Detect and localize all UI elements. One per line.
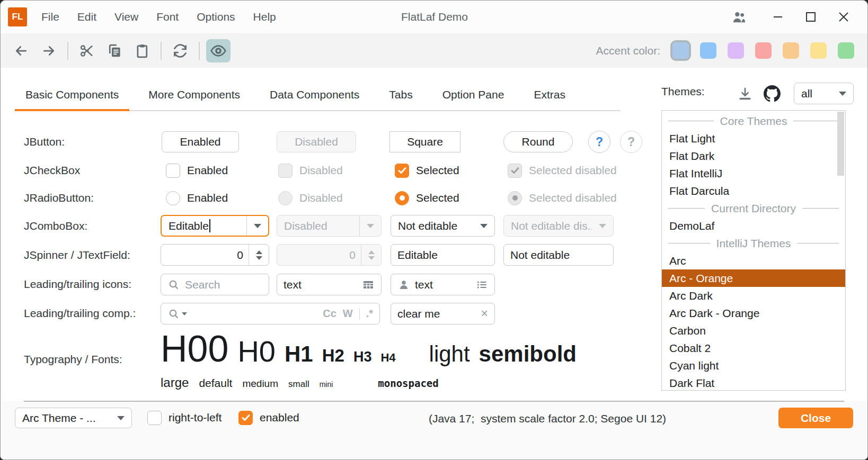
theme-list-item[interactable]: Cobalt 2 bbox=[662, 339, 845, 357]
combobox-editable-value: Editable bbox=[169, 220, 209, 232]
spinner-buttons[interactable] bbox=[249, 245, 269, 265]
right-to-left-checkbox[interactable]: right-to-left bbox=[147, 410, 222, 426]
theme-list-item[interactable]: DemoLaf bbox=[662, 217, 845, 234]
accent-swatch-3[interactable] bbox=[728, 42, 744, 59]
menu-options[interactable]: Options bbox=[188, 11, 244, 23]
theme-list-item[interactable]: Arc - Orange bbox=[662, 269, 845, 287]
window-controls bbox=[724, 1, 860, 33]
regex-button[interactable]: .* bbox=[366, 308, 373, 320]
textfield-editable[interactable]: Editable bbox=[391, 244, 495, 266]
theme-filter-combobox[interactable]: all bbox=[794, 83, 854, 104]
match-case-button[interactable]: Cc bbox=[323, 308, 336, 320]
theme-list-item[interactable]: Flat IntelliJ bbox=[662, 165, 845, 182]
tab-more-components[interactable]: More Components bbox=[138, 80, 251, 111]
header-line bbox=[668, 243, 710, 243]
close-window-button[interactable] bbox=[827, 1, 860, 33]
theme-list-item[interactable]: Arc Dark bbox=[662, 287, 845, 304]
text-input-user-list[interactable]: text bbox=[391, 274, 495, 295]
search-with-options-input[interactable]: Cc W .* bbox=[161, 303, 380, 324]
titlebar: FL FileEditViewFontOptionsHelp FlatLaf D… bbox=[1, 1, 867, 33]
tab-option-pane[interactable]: Option Pane bbox=[432, 80, 515, 111]
accent-swatch-1[interactable] bbox=[672, 42, 689, 59]
enabled-checkbox[interactable]: enabled bbox=[238, 410, 299, 426]
github-button[interactable] bbox=[760, 82, 784, 105]
menu-help[interactable]: Help bbox=[244, 11, 285, 23]
combobox-arrow-button[interactable] bbox=[473, 215, 494, 236]
spinner-down-icon[interactable] bbox=[256, 256, 262, 260]
round-button[interactable]: Round bbox=[503, 131, 573, 152]
theme-group-header-label: Current Directory bbox=[711, 202, 796, 215]
theme-list-item[interactable]: Flat Dark bbox=[662, 147, 845, 165]
paste-button[interactable] bbox=[130, 39, 154, 62]
close-button[interactable]: Close bbox=[778, 408, 853, 428]
tab-data-components[interactable]: Data Components bbox=[259, 80, 370, 111]
refresh-button[interactable] bbox=[168, 39, 192, 62]
checkbox-checked-icon[interactable] bbox=[238, 411, 253, 425]
checkbox-selected[interactable]: Selected bbox=[395, 163, 459, 178]
leading-trailing-icons-label: Leading/trailing icons: bbox=[24, 276, 131, 292]
radio-icon[interactable] bbox=[166, 191, 180, 205]
accent-swatch-7[interactable] bbox=[838, 42, 854, 59]
back-button[interactable] bbox=[9, 39, 33, 62]
list-icon[interactable] bbox=[475, 278, 488, 291]
accent-swatch-5[interactable] bbox=[783, 42, 799, 59]
forward-button[interactable] bbox=[37, 39, 61, 62]
spinner[interactable]: 0 bbox=[161, 244, 269, 266]
tab-basic-components[interactable]: Basic Components bbox=[15, 80, 129, 111]
radio-checked-icon[interactable] bbox=[395, 191, 409, 205]
accent-swatch-4[interactable] bbox=[755, 42, 772, 59]
spinner-value[interactable]: 0 bbox=[161, 249, 249, 261]
combobox-arrow-button[interactable] bbox=[247, 216, 268, 236]
help-button[interactable]: ? bbox=[588, 131, 610, 153]
search-input[interactable]: Search bbox=[161, 274, 269, 295]
enabled-button[interactable]: Enabled bbox=[162, 131, 239, 152]
theme-list-item[interactable]: Arc bbox=[662, 252, 845, 269]
square-button[interactable]: Square bbox=[389, 131, 460, 152]
radio-selected-label: Selected bbox=[416, 192, 459, 204]
window-title: FlatLaf Demo bbox=[329, 1, 541, 33]
checkbox-enabled[interactable]: Enabled bbox=[166, 163, 228, 178]
clearable-input[interactable]: clear me × bbox=[391, 303, 495, 324]
table-icon[interactable] bbox=[362, 278, 375, 291]
combobox-not-editable[interactable]: Not editable bbox=[391, 215, 495, 237]
users-icon[interactable] bbox=[724, 1, 754, 33]
jcheckbox-label: JCheckBox bbox=[24, 163, 80, 178]
checkbox-checked-icon[interactable] bbox=[395, 164, 409, 178]
tab-extras[interactable]: Extras bbox=[523, 80, 576, 111]
theme-list-item[interactable]: Flat Light bbox=[662, 130, 845, 147]
combobox-editable[interactable]: Editable bbox=[161, 215, 269, 237]
theme-list-item[interactable]: Dark Flat bbox=[662, 374, 845, 391]
menu-edit[interactable]: Edit bbox=[68, 11, 105, 23]
chevron-down-icon bbox=[254, 224, 261, 228]
accent-swatch-2[interactable] bbox=[700, 42, 716, 59]
github-icon bbox=[764, 85, 781, 102]
radio-selected[interactable]: Selected bbox=[395, 190, 459, 206]
accent-swatch-6[interactable] bbox=[810, 42, 827, 59]
jbutton-label: JButton: bbox=[24, 134, 65, 150]
search-dropdown-icon[interactable] bbox=[167, 308, 187, 320]
whole-word-button[interactable]: W bbox=[343, 308, 353, 320]
radio-enabled[interactable]: Enabled bbox=[166, 190, 228, 206]
theme-list-item[interactable]: Carbon bbox=[662, 322, 845, 339]
theme-list-item[interactable]: Arc Dark - Orange bbox=[662, 304, 845, 322]
tab-tabs[interactable]: Tabs bbox=[378, 80, 423, 111]
scrollbar-thumb[interactable] bbox=[837, 112, 844, 176]
maximize-button[interactable] bbox=[794, 1, 827, 33]
spinner-up-icon[interactable] bbox=[256, 250, 262, 254]
theme-combobox[interactable]: Arc Theme - ... bbox=[15, 408, 132, 428]
copy-button[interactable] bbox=[102, 39, 127, 62]
menu-file[interactable]: File bbox=[32, 11, 68, 23]
menu-view[interactable]: View bbox=[105, 11, 147, 23]
download-theme-button[interactable] bbox=[733, 82, 757, 105]
theme-list-item[interactable]: Cyan light bbox=[662, 357, 845, 374]
text-input-table-icon[interactable]: text bbox=[277, 274, 382, 295]
show-hidden-button[interactable] bbox=[206, 39, 231, 62]
clear-icon[interactable]: × bbox=[481, 306, 488, 321]
checkbox-icon[interactable] bbox=[147, 411, 162, 425]
cut-button[interactable] bbox=[75, 39, 99, 62]
minimize-button[interactable] bbox=[761, 1, 794, 33]
theme-list[interactable]: Core ThemesFlat LightFlat DarkFlat Intel… bbox=[661, 110, 846, 391]
checkbox-icon[interactable] bbox=[166, 164, 180, 178]
menu-font[interactable]: Font bbox=[147, 11, 188, 23]
theme-list-item[interactable]: Flat Darcula bbox=[662, 182, 845, 200]
